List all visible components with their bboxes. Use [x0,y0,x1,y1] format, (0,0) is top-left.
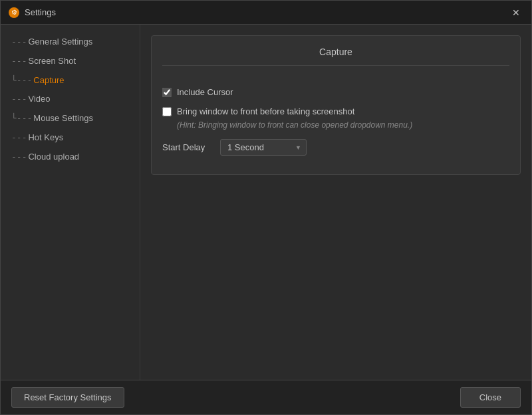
sidebar-item-general-settings[interactable]: ---General Settings [1,33,140,52]
sidebar-item-prefix: --- [11,35,27,49]
sidebar-item-prefix: --- [11,92,27,106]
hint-text: (Hint: Bringing window to front can clos… [177,120,509,130]
sidebar: ---General Settings---Screen Shot└---Cap… [1,25,140,380]
content-area: Capture Include Cursor Bring window to f… [140,25,531,380]
bring-window-row: Bring window to front before taking scre… [162,106,509,116]
main-content: ---General Settings---Screen Shot└---Cap… [1,25,531,380]
sidebar-item-label: Cloud upload [28,150,79,164]
close-button[interactable]: Close [460,387,521,408]
form-section: Include Cursor Bring window to front bef… [162,79,509,164]
start-delay-select[interactable]: No Delay1 Second2 Seconds3 Seconds5 Seco… [220,139,307,156]
sidebar-item-prefix: └--- [11,74,32,88]
sidebar-item-label: Hot Keys [28,131,63,145]
sidebar-item-label: General Settings [28,35,92,49]
sidebar-item-capture[interactable]: └---Capture [1,71,140,90]
footer: Reset Factory Settings Close [1,380,531,414]
include-cursor-checkbox[interactable] [162,88,172,97]
sidebar-item-mouse-settings[interactable]: └---Mouse Settings [1,109,140,128]
sidebar-item-label: Capture [33,74,64,88]
include-cursor-row: Include Cursor [162,87,509,97]
settings-icon: ⚙ [9,7,19,18]
sidebar-item-label: Screen Shot [28,55,76,69]
start-delay-label: Start Delay [162,142,212,152]
window-title: Settings [25,7,56,17]
reset-factory-settings-button[interactable]: Reset Factory Settings [11,387,124,408]
sidebar-item-hot-keys[interactable]: ---Hot Keys [1,128,140,148]
close-window-button[interactable]: ✕ [509,5,523,20]
sidebar-item-screen-shot[interactable]: ---Screen Shot [1,52,140,71]
sidebar-item-video[interactable]: ---Video [1,90,140,109]
sidebar-item-label: Mouse Settings [33,112,93,126]
start-delay-select-wrapper: No Delay1 Second2 Seconds3 Seconds5 Seco… [220,139,307,156]
sidebar-item-cloud-upload[interactable]: ---Cloud upload [1,148,140,167]
sidebar-item-prefix: --- [11,150,27,164]
include-cursor-label[interactable]: Include Cursor [177,87,233,97]
content-panel: Capture Include Cursor Bring window to f… [151,35,521,175]
start-delay-row: Start Delay No Delay1 Second2 Seconds3 S… [162,139,509,156]
bring-window-label[interactable]: Bring window to front before taking scre… [177,106,354,116]
sidebar-item-label: Video [28,92,50,106]
settings-window: ⚙ Settings ✕ ---General Settings---Scree… [0,0,532,415]
bring-window-checkbox[interactable] [162,107,172,116]
sidebar-item-prefix: --- [11,131,27,145]
panel-title: Capture [162,47,509,66]
titlebar: ⚙ Settings ✕ [1,1,531,25]
sidebar-item-prefix: └--- [11,112,32,126]
titlebar-left: ⚙ Settings [9,7,56,18]
sidebar-item-prefix: --- [11,55,27,69]
